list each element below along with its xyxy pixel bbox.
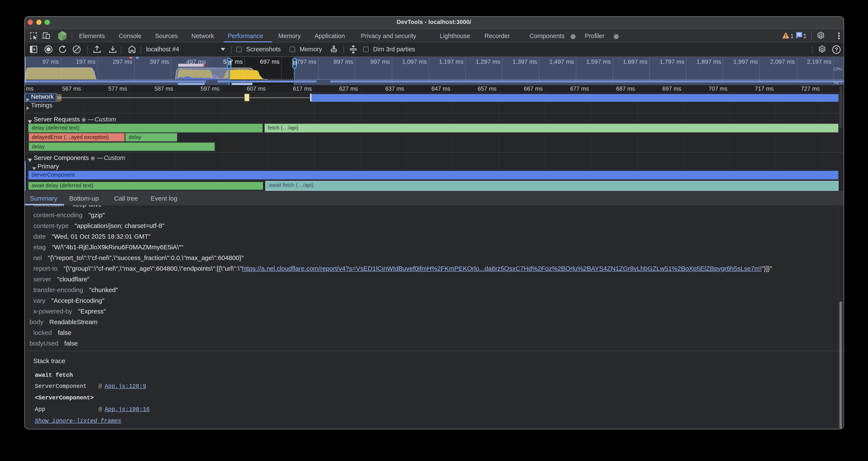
- svg-text:?: ?: [835, 46, 838, 53]
